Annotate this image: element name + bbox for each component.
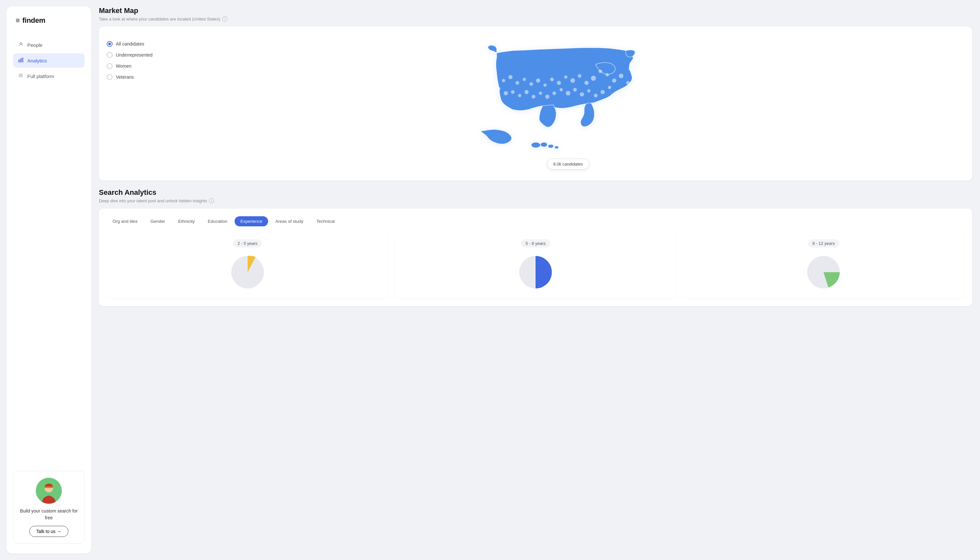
search-analytics-title: Search Analytics — [99, 188, 972, 197]
svg-point-36 — [608, 86, 611, 89]
market-map-section: Market Map Take a look at where your can… — [99, 7, 972, 180]
svg-rect-3 — [22, 58, 23, 62]
svg-point-42 — [566, 91, 570, 96]
sidebar-item-full-platform[interactable]: Full platform — [13, 69, 85, 83]
radio-women-label: Women — [116, 63, 132, 68]
map-tooltip: 6.0k candidates — [547, 159, 589, 170]
svg-point-38 — [594, 94, 598, 97]
tab-education[interactable]: Education — [202, 216, 233, 226]
platform-icon — [18, 73, 23, 79]
svg-point-10 — [531, 142, 541, 148]
analytics-info-icon[interactable]: i — [209, 198, 214, 203]
sidebar-item-analytics[interactable]: Analytics — [13, 53, 85, 68]
radio-all-label: All candidates — [116, 41, 144, 47]
sidebar-item-people[interactable]: People — [13, 38, 85, 52]
radio-under-circle — [107, 52, 113, 58]
pie-svg-3 — [804, 253, 843, 292]
tab-experience[interactable]: Experience — [235, 216, 269, 226]
svg-point-37 — [601, 90, 605, 94]
svg-point-31 — [509, 75, 513, 79]
svg-point-33 — [626, 81, 630, 85]
svg-rect-2 — [20, 59, 22, 62]
svg-point-0 — [20, 43, 22, 44]
pie-svg-1 — [228, 253, 267, 292]
svg-point-15 — [619, 73, 623, 78]
radio-veterans[interactable]: Veterans — [107, 74, 159, 80]
svg-point-29 — [523, 78, 526, 81]
analytics-tabs: Org and tiles Gender Ethnicity Education… — [107, 216, 964, 226]
promo-avatar — [36, 478, 62, 504]
radio-women-circle — [107, 63, 113, 69]
svg-point-48 — [524, 90, 529, 94]
svg-point-23 — [564, 75, 568, 79]
svg-point-12 — [548, 144, 553, 148]
svg-point-50 — [511, 90, 514, 94]
svg-point-20 — [584, 81, 589, 85]
map-radio-options: All candidates Underrepresented Women Ve… — [107, 35, 159, 80]
tab-areas[interactable]: Areas of study — [269, 216, 309, 226]
sidebar-item-analytics-label: Analytics — [27, 58, 47, 63]
charts-row: 2 - 5 years 5 - 8 years — [107, 233, 964, 298]
svg-point-46 — [539, 92, 542, 95]
tab-org[interactable]: Org and tiles — [107, 216, 144, 226]
promo-card: Build your custom search for free Talk t… — [13, 471, 85, 544]
market-map-title: Market Map — [99, 7, 972, 15]
svg-point-47 — [532, 95, 535, 98]
svg-point-45 — [545, 95, 549, 99]
svg-point-39 — [587, 90, 591, 93]
chart-1-label: 2 - 5 years — [233, 239, 262, 247]
market-map-info-icon[interactable]: i — [222, 16, 227, 22]
svg-point-25 — [550, 77, 554, 81]
market-map-subtitle: Take a look at where your candidates are… — [99, 16, 972, 22]
radio-under-label: Underrepresented — [116, 52, 153, 58]
chart-8-12-years: 8 - 12 years — [683, 233, 964, 298]
svg-point-40 — [580, 92, 584, 97]
radio-all-circle — [107, 41, 113, 47]
radio-women[interactable]: Women — [107, 63, 159, 69]
svg-point-22 — [570, 78, 575, 83]
person-icon — [18, 42, 23, 48]
logo: ≡ findem — [13, 16, 85, 25]
sidebar-item-people-label: People — [27, 42, 43, 48]
svg-point-35 — [614, 92, 618, 95]
tab-ethnicity[interactable]: Ethnicity — [172, 216, 201, 226]
search-analytics-subtitle: Deep dive into your talent pool and unlo… — [99, 198, 972, 203]
radio-vet-circle — [107, 74, 113, 80]
sidebar: ≡ findem People Analytics Full platform — [7, 7, 91, 553]
radio-all-candidates[interactable]: All candidates — [107, 41, 159, 47]
chart-3-label: 8 - 12 years — [808, 239, 840, 247]
tab-gender[interactable]: Gender — [145, 216, 171, 226]
svg-point-27 — [536, 78, 541, 83]
svg-point-14 — [629, 67, 632, 71]
radio-underrepresented[interactable]: Underrepresented — [107, 52, 159, 58]
search-analytics-card: Org and tiles Gender Ethnicity Education… — [99, 208, 972, 306]
logo-icon: ≡ — [16, 16, 20, 25]
svg-point-21 — [578, 74, 581, 78]
svg-point-32 — [502, 79, 505, 82]
pie-chart-2 — [516, 253, 555, 292]
svg-point-11 — [541, 142, 547, 147]
svg-point-49 — [518, 94, 521, 97]
market-map-card: All candidates Underrepresented Women Ve… — [99, 27, 972, 180]
usa-map-svg — [457, 35, 679, 173]
logo-text: findem — [22, 16, 45, 25]
chart-2-5-years: 2 - 5 years — [107, 233, 388, 298]
tab-technical[interactable]: Technical — [311, 216, 341, 226]
svg-point-34 — [621, 88, 626, 92]
chart-5-8-years: 5 - 8 years — [395, 233, 676, 298]
map-container: All candidates Underrepresented Women Ve… — [107, 35, 964, 173]
map-area: 6.0k candidates — [172, 35, 964, 173]
svg-point-13 — [554, 146, 559, 149]
svg-point-52 — [498, 87, 501, 90]
svg-point-18 — [599, 70, 602, 73]
sidebar-item-full-platform-label: Full platform — [27, 73, 54, 79]
pie-chart-3 — [804, 253, 843, 292]
svg-point-26 — [543, 83, 547, 87]
svg-point-28 — [529, 82, 533, 86]
svg-point-51 — [504, 91, 508, 95]
search-analytics-section: Search Analytics Deep dive into your tal… — [99, 188, 972, 306]
promo-button[interactable]: Talk to us → — [29, 526, 68, 537]
svg-point-19 — [591, 76, 596, 81]
svg-point-17 — [606, 73, 609, 77]
svg-rect-1 — [18, 60, 20, 62]
